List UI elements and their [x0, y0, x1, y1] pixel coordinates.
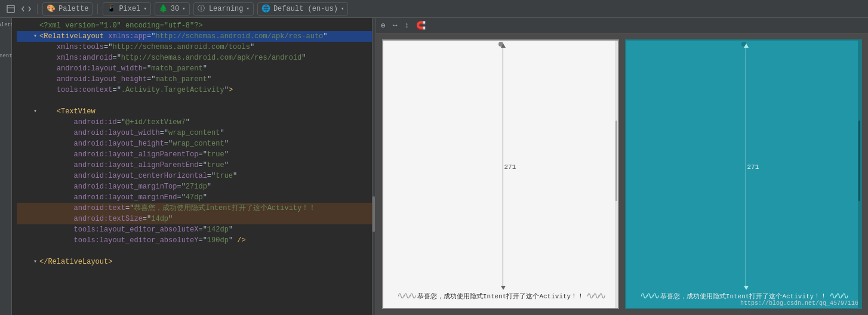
code-line-2: ▾ <RelativeLayout xmlns:app="http://sche…	[17, 31, 375, 42]
code-editor[interactable]: <?xml version="1.0" encoding="utf-8"?> ▾…	[12, 18, 375, 315]
code-text: xmlns:android="http://schemas.android.co…	[39, 52, 375, 63]
code-line-19: android:textSize="14dp"	[17, 214, 375, 224]
locale-caret: ▾	[341, 5, 344, 12]
zoom-icon[interactable]: ⊕	[380, 20, 387, 32]
device-dropdown[interactable]: 📱 Pixel ▾	[103, 2, 150, 16]
code-line-12: android:layout_height="wrap_content"	[17, 138, 375, 149]
api-caret: ▾	[182, 5, 185, 12]
design-view-icon[interactable]	[5, 3, 17, 15]
palette-label: Palette	[59, 5, 88, 13]
preview-scrollbar-thumb[interactable]	[615, 121, 617, 200]
csdn-link: https://blog.csdn.net/qq_45797116	[740, 300, 858, 307]
fold-icon[interactable]: ▾	[31, 31, 39, 42]
api-label: 30	[171, 5, 179, 13]
code-text: android:layout_width="wrap_content"	[39, 128, 375, 138]
learning-dropdown[interactable]: ⓘ Learning ▾	[193, 2, 254, 16]
code-line-9: ▾ <TextView	[17, 106, 375, 117]
code-text: android:textSize="14dp"	[39, 214, 375, 224]
code-text: android:layout_centerHorizontal="true"	[39, 171, 375, 181]
dimension-label: 271	[504, 163, 516, 171]
code-line-16: android:layout_marginTop="271dp"	[17, 181, 375, 192]
code-view-icon[interactable]	[20, 3, 32, 15]
phone-frame-dark: 271 ∿∿∿ 恭喜您，成功使用隐式Intent打开了这个Activity！！ …	[625, 39, 862, 309]
code-text: android:text="恭喜您，成功使用隐式Intent打开了这个Activ…	[39, 203, 375, 214]
code-text: android:layout_alignParentTop="true"	[39, 149, 375, 160]
code-line-14: android:layout_alignParentEnd="true"	[17, 160, 375, 171]
code-editor-panel: <?xml version="1.0" encoding="utf-8"?> ▾…	[12, 18, 376, 315]
dimension-label-dark: 271	[747, 163, 759, 171]
vert-line	[503, 48, 503, 286]
pixel-label: Pixel	[119, 5, 140, 13]
fold-icon[interactable]: ▾	[31, 106, 39, 117]
preview-scrollbar-dark[interactable]	[858, 41, 861, 308]
learning-label: ⓘ Learning	[198, 4, 244, 14]
code-text: <?xml version="1.0" encoding="utf-8"?>	[39, 20, 375, 31]
code-line-17: android:layout_marginEnd="47dp"	[17, 192, 375, 203]
preview-scrollbar-thumb-dark[interactable]	[858, 121, 860, 200]
code-text: </RelativeLayout>​	[39, 257, 375, 267]
code-line-21: tools:layout_editor_absoluteY="190dp" />	[17, 235, 375, 246]
code-text: xmlns:tools="http://schemas.android.com/…	[39, 42, 375, 52]
left-squiggle-dark: ∿∿∿	[640, 290, 658, 302]
code-line-15: android:layout_centerHorizontal="true"	[17, 171, 375, 181]
code-line-23: ▾ </RelativeLayout>​	[17, 257, 375, 267]
code-line-blank	[17, 95, 375, 106]
palette-tab-icon[interactable]: Palette	[1, 20, 11, 30]
svg-rect-0	[7, 5, 14, 13]
preview-panel: ⊕ ↔ ↕ 🧲 271 ∿∿∿ 恭喜您，成功	[376, 18, 868, 315]
arrow-up	[501, 44, 506, 48]
code-text: tools:context=".Activity.TargetActivity"…	[39, 85, 375, 95]
left-squiggle: ∿∿∿	[397, 290, 415, 302]
code-text: <RelativeLayout xmlns:app="http://schema…	[39, 31, 375, 42]
locale-icon: 🌐	[261, 4, 270, 13]
api-dropdown[interactable]: 🌲 30 ▾	[155, 2, 190, 16]
code-text: android:layout_marginEnd="47dp"	[39, 192, 375, 203]
arrow-down	[501, 286, 506, 290]
code-text: android:layout_height="wrap_content"	[39, 138, 375, 149]
code-text: android:layout_marginTop="271dp"	[39, 181, 375, 192]
phone-frame-light: 271 ∿∿∿ 恭喜您，成功使用隐式Intent打开了这个Activity！！ …	[382, 39, 619, 309]
palette-button[interactable]: 🎨 Palette	[42, 2, 93, 16]
api-icon: 🌲	[159, 4, 168, 13]
vert-line-dark	[746, 48, 746, 286]
h-flip-icon[interactable]: ↔	[392, 20, 399, 31]
right-squiggle: ∿∿∿	[586, 290, 604, 302]
code-text: tools:layout_editor_absoluteX="142dp"	[39, 224, 375, 235]
arrow-up-dark	[744, 44, 749, 48]
left-icons-bar: Palette Component Tree	[0, 18, 12, 315]
locale-dropdown[interactable]: 🌐 Default (en-us) ▾	[257, 2, 348, 16]
learning-caret: ▾	[247, 5, 250, 12]
code-line-3: xmlns:tools="http://schemas.android.com/…	[17, 42, 375, 52]
bottom-text-container: ∿∿∿ 恭喜您，成功使用隐式Intent打开了这个Activity！！ ∿∿∿	[383, 290, 618, 302]
v-flip-icon[interactable]: ↕	[404, 20, 411, 31]
phone-icon: 📱	[107, 4, 116, 13]
arrow-down-dark	[744, 286, 749, 290]
code-line-10: android:id="@+id/textView7"	[17, 117, 375, 128]
code-line-5: android:layout_width="match_parent"	[17, 63, 375, 74]
preview-toolbar: ⊕ ↔ ↕ 🧲	[376, 18, 868, 33]
code-text: android:id="@+id/textView7"	[39, 117, 375, 128]
main-toolbar: 🎨 Palette 📱 Pixel ▾ 🌲 30 ▾ ⓘ Learning ▾ …	[0, 0, 868, 18]
code-line-4: xmlns:android="http://schemas.android.co…	[17, 52, 375, 63]
code-text: tools:layout_editor_absoluteY="190dp" />	[39, 235, 375, 246]
preview-scrollbar[interactable]	[615, 41, 618, 308]
magnet-icon[interactable]: 🧲	[415, 20, 427, 32]
measure-line-container-dark: 271	[744, 44, 749, 290]
code-line-6: android:layout_height="match_parent"	[17, 74, 375, 85]
code-line-7: tools:context=".Activity.TargetActivity"…	[17, 85, 375, 95]
scrollbar-thumb[interactable]	[373, 196, 375, 232]
locale-label: Default (en-us)	[273, 5, 338, 13]
fold-icon[interactable]: ▾	[31, 257, 39, 267]
code-text: android:layout_height="match_parent"	[39, 74, 375, 85]
code-line-18: android:text="恭喜您，成功使用隐式Intent打开了这个Activ…	[17, 203, 375, 214]
palette-icon: 🎨	[47, 4, 56, 13]
component-tree-icon[interactable]: Component Tree	[1, 51, 11, 61]
toolbar-sep-2	[97, 4, 98, 14]
code-line-11: android:layout_width="wrap_content"	[17, 128, 375, 138]
code-line-13: android:layout_alignParentTop="true"	[17, 149, 375, 160]
code-text: <TextView	[39, 106, 375, 117]
preview-text-dark: 恭喜您，成功使用隐式Intent打开了这个Activity！！	[660, 292, 827, 301]
scrollbar-track[interactable]	[372, 18, 375, 315]
preview-content: 271 ∿∿∿ 恭喜您，成功使用隐式Intent打开了这个Activity！！ …	[376, 33, 868, 315]
code-line-20: tools:layout_editor_absoluteX="142dp"	[17, 224, 375, 235]
